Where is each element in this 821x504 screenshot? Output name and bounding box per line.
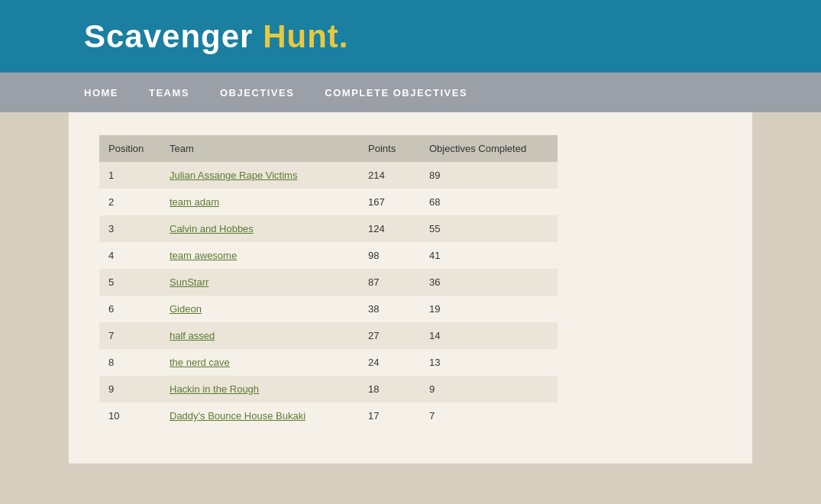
team-link[interactable]: Hackin in the Rough <box>170 383 259 395</box>
cell-team: Gideon <box>160 296 359 322</box>
cell-objectives: 68 <box>420 189 558 215</box>
table-row: 5SunStarr8736 <box>99 269 558 296</box>
title-scavenger: Scavenger <box>84 18 263 54</box>
cell-team: SunStarr <box>160 269 359 296</box>
team-link[interactable]: team adam <box>170 196 219 208</box>
cell-points: 214 <box>359 162 420 189</box>
team-link[interactable]: Gideon <box>170 303 202 315</box>
cell-objectives: 9 <box>420 376 558 402</box>
cell-position: 6 <box>99 296 160 322</box>
header: Scavenger Hunt. <box>0 0 821 73</box>
cell-team: half assed <box>160 322 359 349</box>
cell-team: Daddy's Bounce House Bukaki <box>160 402 359 429</box>
table-row: 9Hackin in the Rough189 <box>99 376 558 402</box>
team-link[interactable]: Calvin and Hobbes <box>170 223 254 234</box>
team-link[interactable]: half assed <box>170 330 215 341</box>
nav-objectives[interactable]: OBJECTIVES <box>220 75 294 111</box>
table-header-row: Position Team Points Objectives Complete… <box>99 135 558 162</box>
cell-objectives: 55 <box>420 215 558 242</box>
cell-team: team awesome <box>160 242 359 269</box>
cell-points: 38 <box>359 296 420 322</box>
team-link[interactable]: the nerd cave <box>170 357 230 368</box>
col-header-points: Points <box>359 135 420 162</box>
cell-points: 27 <box>359 322 420 349</box>
cell-position: 5 <box>99 269 160 296</box>
table-row: 4team awesome9841 <box>99 242 558 269</box>
cell-position: 7 <box>99 322 160 349</box>
cell-points: 87 <box>359 269 420 296</box>
table-body: 1Julian Assange Rape Victims214892team a… <box>99 162 558 429</box>
col-header-team: Team <box>160 135 359 162</box>
cell-objectives: 19 <box>420 296 558 322</box>
cell-points: 18 <box>359 376 420 402</box>
col-header-position: Position <box>99 135 160 162</box>
cell-position: 8 <box>99 349 160 376</box>
table-row: 2team adam16768 <box>99 189 558 215</box>
cell-position: 1 <box>99 162 160 189</box>
table-row: 7half assed2714 <box>99 322 558 349</box>
cell-objectives: 36 <box>420 269 558 296</box>
cell-position: 4 <box>99 242 160 269</box>
cell-team: Hackin in the Rough <box>160 376 359 402</box>
cell-position: 2 <box>99 189 160 215</box>
title-dot: . <box>339 18 349 54</box>
cell-team: Julian Assange Rape Victims <box>160 162 359 189</box>
cell-points: 98 <box>359 242 420 269</box>
cell-points: 24 <box>359 349 420 376</box>
table-row: 8the nerd cave2413 <box>99 349 558 376</box>
col-header-objectives: Objectives Completed <box>420 135 558 162</box>
cell-objectives: 89 <box>420 162 558 189</box>
cell-objectives: 13 <box>420 349 558 376</box>
leaderboard-table: Position Team Points Objectives Complete… <box>99 135 558 429</box>
nav-teams[interactable]: TEAMS <box>149 75 189 111</box>
table-row: 1Julian Assange Rape Victims21489 <box>99 162 558 189</box>
cell-objectives: 41 <box>420 242 558 269</box>
cell-position: 9 <box>99 376 160 402</box>
cell-team: the nerd cave <box>160 349 359 376</box>
cell-team: Calvin and Hobbes <box>160 215 359 242</box>
table-row: 10Daddy's Bounce House Bukaki177 <box>99 402 558 429</box>
cell-points: 167 <box>359 189 420 215</box>
cell-points: 17 <box>359 402 420 429</box>
cell-team: team adam <box>160 189 359 215</box>
team-link[interactable]: Julian Assange Rape Victims <box>170 170 297 181</box>
main-content: Position Team Points Objectives Complete… <box>69 112 752 464</box>
cell-position: 10 <box>99 402 160 429</box>
table-row: 6Gideon3819 <box>99 296 558 322</box>
title-hunt: Hunt <box>263 18 339 54</box>
cell-objectives: 7 <box>420 402 558 429</box>
cell-objectives: 14 <box>420 322 558 349</box>
site-title: Scavenger Hunt. <box>84 18 348 55</box>
team-link[interactable]: team awesome <box>170 250 237 261</box>
cell-position: 3 <box>99 215 160 242</box>
navigation: HOME TEAMS OBJECTIVES COMPLETE OBJECTIVE… <box>0 73 821 112</box>
nav-complete-objectives[interactable]: COMPLETE OBJECTIVES <box>325 75 467 111</box>
team-link[interactable]: Daddy's Bounce House Bukaki <box>170 410 305 422</box>
cell-points: 124 <box>359 215 420 242</box>
table-row: 3Calvin and Hobbes12455 <box>99 215 558 242</box>
team-link[interactable]: SunStarr <box>170 276 208 288</box>
nav-home[interactable]: HOME <box>84 75 118 111</box>
